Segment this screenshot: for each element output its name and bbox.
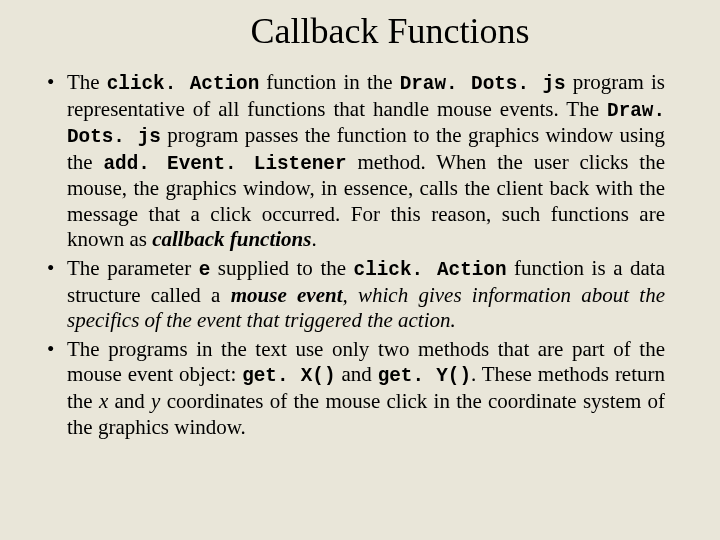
text: The	[67, 70, 107, 94]
emphasis-text: callback functions	[152, 227, 311, 251]
text: function in the	[259, 70, 399, 94]
slide-title: Callback Functions	[45, 10, 675, 52]
text: supplied to the	[210, 256, 353, 280]
code-text: click. Action	[354, 259, 507, 281]
code-text: add. Event. Listener	[104, 153, 347, 175]
italic-text: x	[99, 389, 108, 413]
bullet-list: The click. Action function in the Draw. …	[45, 70, 675, 440]
code-text: Draw. Dots. js	[400, 73, 566, 95]
list-item: The parameter e supplied to the click. A…	[67, 256, 665, 334]
code-text: e	[199, 259, 211, 281]
list-item: The click. Action function in the Draw. …	[67, 70, 665, 253]
code-text: get. X()	[242, 365, 335, 387]
slide: Callback Functions The click. Action fun…	[0, 0, 720, 540]
emphasis-text: mouse event	[231, 283, 343, 307]
text: and	[336, 362, 378, 386]
list-item: The programs in the text use only two me…	[67, 337, 665, 440]
code-text: get. Y()	[378, 365, 471, 387]
code-text: click. Action	[107, 73, 260, 95]
text: and	[108, 389, 151, 413]
text: .	[311, 227, 316, 251]
text: The parameter	[67, 256, 199, 280]
